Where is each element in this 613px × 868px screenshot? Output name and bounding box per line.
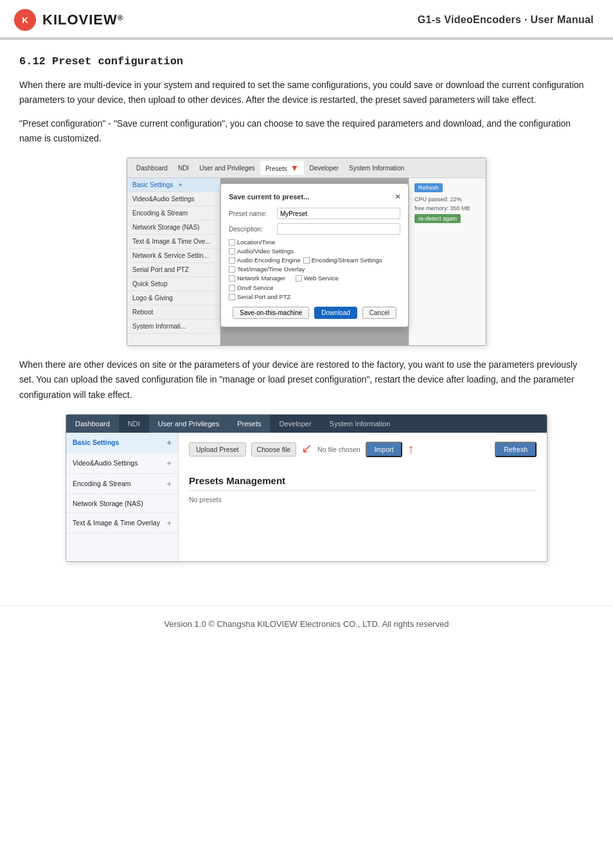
svg-text:K: K <box>22 15 28 25</box>
s2-sidebar-text-label: Text & Image & Time Overlay <box>73 519 160 527</box>
s1-cb-row-1: Location/Time <box>229 239 400 246</box>
s1-sidebar-text-image[interactable]: Text & Image & Time Ove... <box>127 235 220 249</box>
s1-cb-row-6: Serial Port and PTZ <box>229 293 400 300</box>
s2-sidebar-basic-settings[interactable]: Basic Settings + <box>66 433 178 453</box>
s2-sidebar-text-plus[interactable]: + <box>166 518 172 528</box>
s1-cancel-button[interactable]: Cancel <box>362 307 396 319</box>
paragraph-3: When there are other devices on site or … <box>19 357 594 402</box>
s1-cb-serial-ptz[interactable]: Serial Port and PTZ <box>229 293 293 300</box>
s1-cb-location-time[interactable]: Location/Time <box>229 239 293 246</box>
s1-nav-ndi[interactable]: NDI <box>173 163 194 174</box>
header-title: G1-s VideoEncoders · User Manual <box>418 14 594 26</box>
s1-checkbox-serial-ptz <box>229 294 235 300</box>
s1-modal-title: Save current to preset... <box>229 193 309 201</box>
s1-nav-presets[interactable]: Presets ▼ <box>260 161 305 175</box>
s1-modal-close-button[interactable]: × <box>395 192 400 201</box>
s1-save-on-machine-button[interactable]: Save-on-this-machine <box>233 307 309 319</box>
s2-nav-presets[interactable]: Presets <box>228 415 270 433</box>
s1-sidebar-encoding[interactable]: Encoding & Stream <box>127 206 220 221</box>
s2-sidebar-video-audio[interactable]: Video&Audio Settings + <box>66 453 178 474</box>
s2-sidebar-encoding-plus[interactable]: + <box>166 479 172 489</box>
s2-sidebar-video-plus[interactable]: + <box>166 458 172 468</box>
s2-sidebar-network-storage[interactable]: Network Storage (NAS) <box>66 494 178 513</box>
s2-body: Basic Settings + Video&Audio Settings + … <box>66 433 547 561</box>
page-footer: Version 1.0 © Changsha KILOVIEW Electron… <box>0 606 613 642</box>
s2-no-presets-text: No presets <box>189 496 537 503</box>
s1-nav-user[interactable]: User and Privileges <box>194 163 260 174</box>
s2-no-file-label: No file chosen <box>317 446 360 453</box>
s1-cb-audio-encoding[interactable]: Audio Encoding Engine <box>229 257 301 264</box>
s1-cb-encoding-stream[interactable]: Encoding/Stream Settings <box>303 257 382 264</box>
s1-cb-row-3: Audio Encoding Engine Encoding/Stream Se… <box>229 257 400 264</box>
s2-sidebar-basic-plus[interactable]: + <box>166 438 172 448</box>
s2-import-arrow: ↑ <box>407 442 414 457</box>
s1-cb-onvif[interactable]: Onvif Service <box>229 284 293 291</box>
s1-refresh-button[interactable]: Refresh <box>414 183 443 192</box>
s2-nav-dashboard[interactable]: Dashboard <box>66 415 119 433</box>
s1-checkbox-location <box>229 239 235 246</box>
s2-nav-ndi[interactable]: NDI <box>119 415 149 433</box>
s2-nav-user[interactable]: User and Privileges <box>149 415 228 433</box>
s1-sidebar-serial-ptz[interactable]: Serial Port and PTZ <box>127 263 220 277</box>
paragraph-1: When there are multi-device in your syst… <box>19 78 594 107</box>
s1-description-input[interactable] <box>277 223 400 235</box>
s1-cb-text-image[interactable]: Text/Image/Time Overlay <box>229 266 305 273</box>
s1-preset-name-row: Preset name: <box>229 208 400 219</box>
s1-checkbox-web-service <box>296 275 302 282</box>
logo-area: K KILOVIEW® <box>13 8 123 32</box>
s1-modal-footer: Save-on-this-machine Download Cancel <box>229 307 400 319</box>
s2-choose-file-button[interactable]: Choose file <box>251 442 297 457</box>
s2-import-button[interactable]: Import <box>366 442 403 457</box>
s1-modal: Save current to preset... × Preset name:… <box>220 183 409 327</box>
s2-sidebar-network-label: Network Storage (NAS) <box>73 500 143 507</box>
s1-checkbox-encoding-stream <box>303 257 310 264</box>
s1-memory-stat: free memory: 350 MB <box>414 205 481 212</box>
logo-text: KILOVIEW® <box>42 12 123 28</box>
s1-sidebar-video-audio[interactable]: Video&Audio Settings <box>127 192 220 206</box>
s1-preset-name-input[interactable] <box>277 208 400 219</box>
s2-sidebar-text-image[interactable]: Text & Image & Time Overlay + <box>66 513 178 534</box>
s1-sidebar-basic-settings[interactable]: Basic Settings + <box>127 178 220 192</box>
screenshot1: Dashboard NDI User and Privileges Preset… <box>127 158 486 346</box>
s1-redetect-button[interactable]: re-detect again <box>414 214 461 223</box>
s1-description-row: Description: <box>229 223 400 235</box>
s1-cb-row-2: Audio/Video Settings <box>229 248 400 255</box>
s1-sidebar-network-storage[interactable]: Network Storage (NAS) <box>127 221 220 235</box>
s2-sidebar-encoding[interactable]: Encoding & Stream + <box>66 474 178 494</box>
s1-nav-developer[interactable]: Developer <box>304 163 344 174</box>
s1-cb-network-manager[interactable]: Network Manager <box>229 275 293 282</box>
s1-checkbox-audio-encoding <box>229 257 235 264</box>
s1-sidebar-logo[interactable]: Logo & Giving <box>127 291 220 305</box>
s2-nav-system[interactable]: System Information <box>321 415 400 433</box>
s1-sidebar-system-info[interactable]: System Informati... <box>127 320 220 334</box>
s2-refresh-button[interactable]: Refresh <box>495 442 537 457</box>
s2-arrow-indicator: ↙ <box>301 440 312 456</box>
s1-nav-system[interactable]: System Information <box>344 163 409 174</box>
s1-cpu-stat: CPU passed: 22% <box>414 196 481 203</box>
s2-upload-preset-button[interactable]: Upload Preset <box>189 442 246 457</box>
s2-sidebar: Basic Settings + Video&Audio Settings + … <box>66 433 179 561</box>
s1-download-button[interactable]: Download <box>314 307 357 319</box>
s2-sidebar-encoding-label: Encoding & Stream <box>73 480 130 487</box>
s1-cb-audio-video[interactable]: Audio/Video Settings <box>229 248 294 255</box>
s2-sidebar-basic-label: Basic Settings <box>73 439 119 446</box>
s1-sidebar-quick-setup[interactable]: Quick Setup <box>127 277 220 291</box>
s1-navbar: Dashboard NDI User and Privileges Preset… <box>127 158 486 178</box>
kiloview-logo-icon: K <box>13 8 37 32</box>
s2-nav-developer[interactable]: Developer <box>270 415 320 433</box>
footer-text: Version 1.0 © Changsha KILOVIEW Electron… <box>164 619 449 629</box>
s2-main: Upload Preset Choose file ↙ No file chos… <box>179 433 547 561</box>
screenshot1-container: Dashboard NDI User and Privileges Preset… <box>19 158 594 346</box>
s1-sidebar-network-service[interactable]: Network & Service Settin... <box>127 249 220 263</box>
s2-navbar: Dashboard NDI User and Privileges Preset… <box>66 415 547 433</box>
s1-right-stats: Refresh CPU passed: 22% free memory: 350… <box>409 178 486 345</box>
s1-cb-web-service[interactable]: Web Service <box>296 275 360 282</box>
s2-upload-row: Upload Preset Choose file ↙ No file chos… <box>189 442 414 457</box>
s1-sidebar-reboot[interactable]: Reboot <box>127 305 220 320</box>
s1-modal-overlay: Save current to preset... × Preset name:… <box>220 178 409 345</box>
s1-nav-dashboard[interactable]: Dashboard <box>131 163 173 174</box>
section-heading: 6.12 Preset configuration <box>19 55 594 68</box>
s1-checkbox-audio-video <box>229 248 235 255</box>
s1-sidebar: Basic Settings + Video&Audio Settings En… <box>127 178 220 345</box>
s1-description-label: Description: <box>229 226 277 233</box>
